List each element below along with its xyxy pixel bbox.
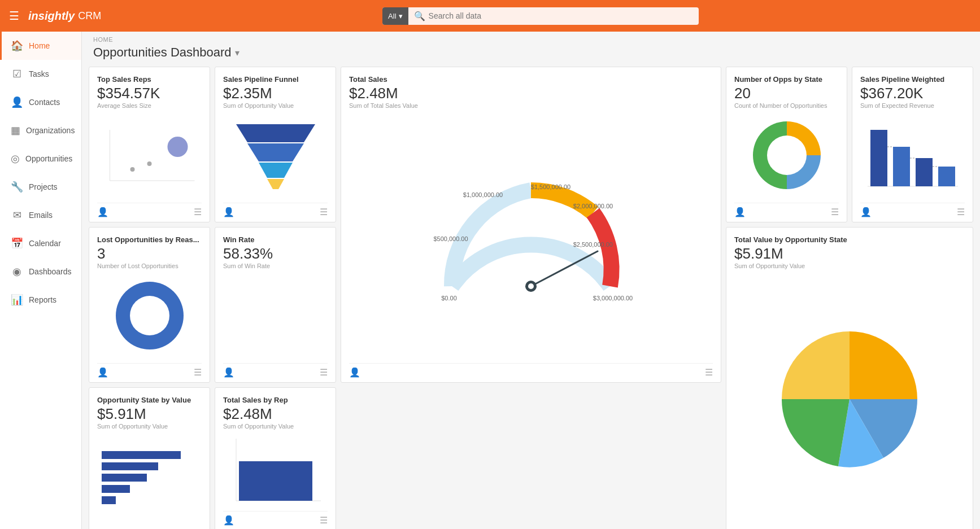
hbar-chart-opp-state xyxy=(97,433,202,526)
card-lost-opps: Lost Opportunities by Reas... 3 Number o… xyxy=(89,227,210,383)
person-icon[interactable]: 👤 xyxy=(97,207,108,217)
person-icon-7[interactable]: 👤 xyxy=(223,367,234,378)
win-rate-sub: Sum of Win Rate xyxy=(223,263,328,269)
top-sales-sub: Average Sales Size xyxy=(97,102,202,109)
person-icon-2[interactable]: 👤 xyxy=(223,207,234,217)
sidebar-label-opportunities: Opportunities xyxy=(25,154,72,163)
top-sales-footer: 👤 ☰ xyxy=(97,203,202,217)
opp-state-sub: Sum of Opportunity Value xyxy=(97,423,202,430)
svg-rect-35 xyxy=(102,474,147,482)
sidebar-item-organizations[interactable]: ▦ Organizations xyxy=(0,116,81,145)
sidebar-item-tasks[interactable]: ☑ Tasks xyxy=(0,60,81,88)
pipeline-weighted-sub: Sum of Expected Revenue xyxy=(860,102,965,109)
svg-rect-33 xyxy=(102,451,181,459)
sidebar-item-opportunities[interactable]: ◎ Opportunities xyxy=(0,145,81,173)
card-pipeline-weighted: Sales Pipeline Weighted $367.20K Sum of … xyxy=(852,67,973,222)
svg-marker-7 xyxy=(259,163,293,178)
scatter-chart xyxy=(97,124,202,186)
menu-list-icon-4[interactable]: ☰ xyxy=(831,207,839,217)
gauge-chart: $0.00 $500,000.00 $1,000,000.00 $1,500,0… xyxy=(349,112,713,359)
win-rate-chart xyxy=(223,273,328,359)
svg-text:$3,000,000.00: $3,000,000.00 xyxy=(593,295,633,301)
menu-list-icon-3[interactable]: ☰ xyxy=(705,367,713,378)
hbar-svg xyxy=(99,445,201,513)
card-top-sales-reps: Top Sales Reps $354.57K Average Sales Si… xyxy=(89,67,210,222)
sidebar-label-reports: Reports xyxy=(29,295,56,304)
sidebar-item-projects[interactable]: 🔧 Projects xyxy=(0,173,81,201)
logo-text: insightly xyxy=(28,10,75,23)
svg-rect-32 xyxy=(239,461,312,501)
svg-point-19 xyxy=(767,135,807,175)
sidebar-item-dashboards[interactable]: ◉ Dashboards xyxy=(0,257,81,286)
search-filter-dropdown[interactable]: All ▾ xyxy=(382,7,408,25)
svg-rect-21 xyxy=(870,130,887,186)
bar-chart-sales-rep xyxy=(223,433,328,506)
breadcrumb: HOME xyxy=(82,32,980,43)
svg-text:$2,500,000.00: $2,500,000.00 xyxy=(573,241,613,248)
sidebar-item-calendar[interactable]: 📅 Calendar xyxy=(0,229,81,257)
bar-svg xyxy=(225,433,326,506)
crm-label: CRM xyxy=(78,10,101,22)
search-icon: 🔍 xyxy=(414,11,425,21)
logo: insightly CRM xyxy=(28,10,101,23)
opp-state-value: $5.91M xyxy=(97,405,202,423)
sidebar-item-emails[interactable]: ✉ Emails xyxy=(0,201,81,229)
sidebar-label-contacts: Contacts xyxy=(29,98,60,107)
donut-svg xyxy=(747,116,826,195)
pipeline-sub: Sum of Opportunity Value xyxy=(223,102,328,109)
search-input[interactable] xyxy=(429,11,694,20)
organizations-icon: ▦ xyxy=(11,124,20,137)
pie-chart-total-value xyxy=(734,273,965,526)
person-icon-3[interactable]: 👤 xyxy=(349,367,360,378)
svg-text:$1,500,000.00: $1,500,000.00 xyxy=(531,183,570,190)
menu-icon[interactable]: ☰ xyxy=(9,9,19,23)
dashboard-grid: Top Sales Reps $354.57K Average Sales Si… xyxy=(82,67,980,529)
svg-point-29 xyxy=(130,296,169,335)
menu-list-icon-8[interactable]: ☰ xyxy=(320,515,328,526)
svg-point-2 xyxy=(168,137,188,157)
card-total-sales: Total Sales $2.48M Sum of Total Sales Va… xyxy=(341,67,721,383)
person-icon-5[interactable]: 👤 xyxy=(860,207,872,217)
calendar-icon: 📅 xyxy=(11,237,23,250)
menu-list-icon-6[interactable]: ☰ xyxy=(194,367,202,378)
card-total-sales-by-rep: Total Sales by Rep $2.48M Sum of Opportu… xyxy=(215,387,336,529)
menu-list-icon-7[interactable]: ☰ xyxy=(320,367,328,378)
svg-point-3 xyxy=(130,167,135,172)
svg-rect-23 xyxy=(916,158,933,186)
sidebar-item-home[interactable]: 🏠 Home xyxy=(0,32,81,60)
card-win-rate: Win Rate 58.33% Sum of Win Rate 👤 ☰ xyxy=(215,227,336,383)
person-icon-4[interactable]: 👤 xyxy=(734,207,746,217)
sidebar-label-home: Home xyxy=(29,41,50,50)
sidebar-label-emails: Emails xyxy=(29,211,53,220)
sidebar-item-contacts[interactable]: 👤 Contacts xyxy=(0,88,81,116)
total-value-state-value: $5.91M xyxy=(734,245,965,263)
card-pipeline-funnel: Sales Pipeline Funnel $2.35M Sum of Oppo… xyxy=(215,67,336,222)
svg-marker-8 xyxy=(267,179,284,189)
person-icon-6[interactable]: 👤 xyxy=(97,367,108,378)
top-sales-value: $354.57K xyxy=(97,85,202,102)
svg-rect-34 xyxy=(102,462,158,470)
num-opps-title: Number of Opps by State xyxy=(734,75,839,84)
menu-list-icon-2[interactable]: ☰ xyxy=(320,207,328,217)
pipeline-weighted-value: $367.20K xyxy=(860,85,965,102)
donut-chart-lost xyxy=(97,273,202,359)
total-sales-title: Total Sales xyxy=(349,75,713,84)
total-sales-footer: 👤 ☰ xyxy=(349,363,713,378)
total-sales-rep-footer: 👤 ☰ xyxy=(223,511,328,526)
sidebar-item-reports[interactable]: 📊 Reports xyxy=(0,286,81,314)
page-title-caret-icon[interactable]: ▾ xyxy=(235,47,239,58)
pipeline-footer: 👤 ☰ xyxy=(223,203,328,217)
svg-point-18 xyxy=(528,283,534,289)
funnel-chart xyxy=(223,112,328,198)
opp-state-title: Opportunity State by Value xyxy=(97,396,202,404)
person-icon-8[interactable]: 👤 xyxy=(223,515,234,526)
pie-svg xyxy=(765,320,934,478)
lost-opps-title: Lost Opportunities by Reas... xyxy=(97,235,202,244)
card-num-opps: Number of Opps by State 20 Count of Numb… xyxy=(726,67,847,222)
win-rate-value: 58.33% xyxy=(223,245,328,263)
page-title: Opportunities Dashboard xyxy=(93,45,232,60)
total-value-state-sub: Sum of Opportunity Value xyxy=(734,263,965,269)
menu-list-icon[interactable]: ☰ xyxy=(194,207,202,217)
num-opps-footer: 👤 ☰ xyxy=(734,203,839,217)
menu-list-icon-5[interactable]: ☰ xyxy=(957,207,965,217)
